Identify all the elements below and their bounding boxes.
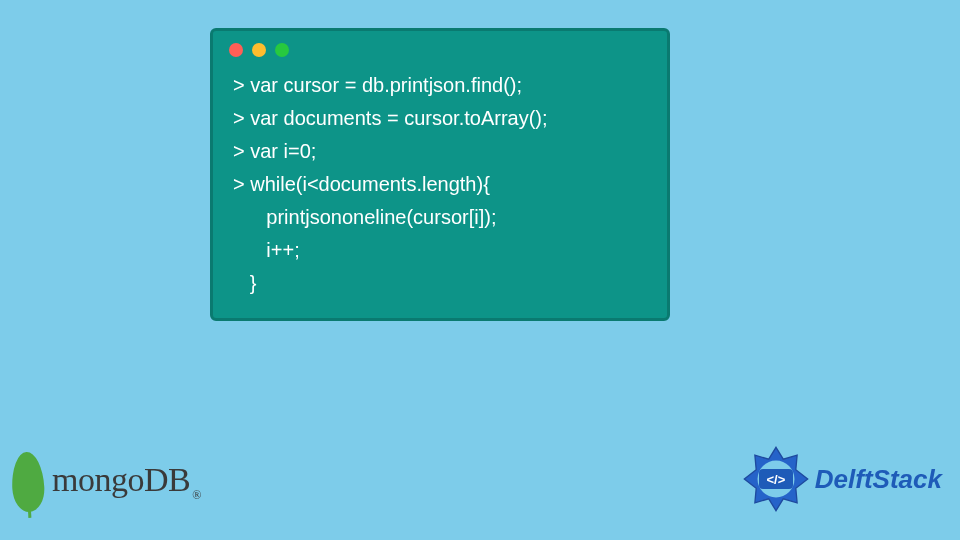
mongodb-label: mongoDB [52,461,190,498]
close-dot-icon [229,43,243,57]
code-line: > var i=0; [233,135,647,168]
code-line: i++; [233,234,647,267]
code-line: printjsononeline(cursor[i]); [233,201,647,234]
terminal-titlebar [213,31,667,65]
code-tag-icon: </> [759,469,793,489]
delftstack-logo: </> DelftStack [743,446,942,512]
delftstack-wordmark: DelftStack [815,464,942,495]
delftstack-badge-icon: </> [743,446,809,512]
mongodb-logo: mongoDB® [12,452,201,512]
code-block: > var cursor = db.printjson.find();> var… [213,65,667,300]
mongodb-wordmark: mongoDB® [52,461,201,503]
code-line: > var cursor = db.printjson.find(); [233,69,647,102]
registered-mark: ® [192,488,201,502]
minimize-dot-icon [252,43,266,57]
code-line: > while(i<documents.length){ [233,168,647,201]
terminal-window: > var cursor = db.printjson.find();> var… [210,28,670,321]
code-line: } [233,267,647,300]
mongodb-leaf-icon [10,451,45,513]
maximize-dot-icon [275,43,289,57]
code-line: > var documents = cursor.toArray(); [233,102,647,135]
